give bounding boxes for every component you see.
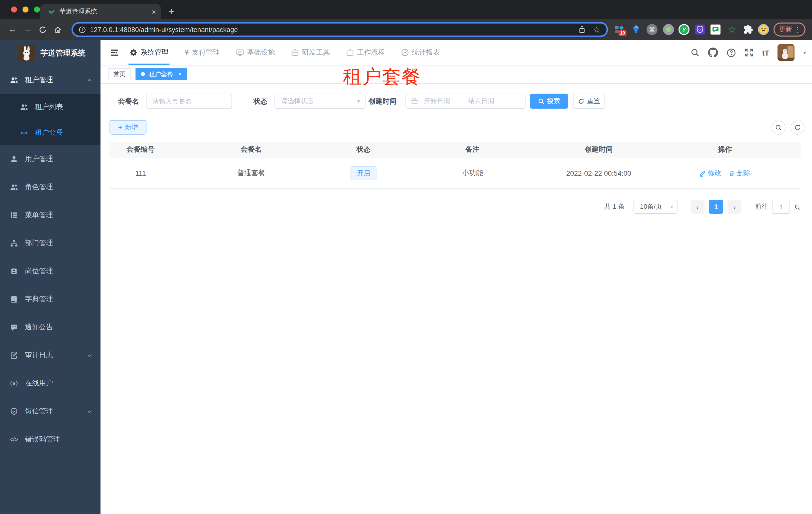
window-controls: [11, 6, 40, 12]
yen-icon: ¥: [184, 49, 189, 57]
filter-date-range[interactable]: 开始日期 - 结束日期: [406, 93, 525, 109]
sidebar-item-tenant-group[interactable]: 租户管理: [0, 66, 100, 94]
sidebar-item-tenant-package[interactable]: 租户套餐: [0, 119, 100, 145]
sidebar-item-user-mgmt[interactable]: 用户管理: [0, 145, 100, 173]
top-navigation: 系统管理 ¥ 支付管理 基础设施 研发工具 工作流程 统计报表: [128, 40, 441, 65]
help-icon[interactable]: [727, 48, 736, 57]
header-right-tools: tT ▾: [691, 44, 812, 61]
sidebar-item-role-mgmt[interactable]: 角色管理: [0, 173, 100, 201]
goto-label: 前往: [755, 202, 768, 211]
topnav-item-workflow[interactable]: 工作流程: [345, 40, 386, 65]
sidebar-item-dict-mgmt[interactable]: 字典管理: [0, 285, 100, 313]
browser-update-button[interactable]: 更新 ⋮: [774, 23, 806, 36]
user-avatar[interactable]: [778, 44, 795, 61]
filter-date-label: 创建时间: [369, 93, 397, 109]
sidebar-submenu-tenant: 租户列表 租户套餐: [0, 94, 100, 145]
site-info-icon[interactable]: [79, 26, 86, 33]
window-close-button[interactable]: [11, 6, 17, 12]
search-icon: [775, 124, 782, 131]
sidebar-item-post-mgmt[interactable]: 岗位管理: [0, 257, 100, 285]
goto-unit-label: 页: [794, 202, 801, 211]
fullscreen-icon[interactable]: [745, 48, 754, 57]
window-zoom-button[interactable]: [34, 6, 40, 12]
topnav-item-payment[interactable]: ¥ 支付管理: [183, 40, 221, 65]
sidebar-item-online-users[interactable]: 在线用户: [0, 369, 100, 397]
window-minimize-button[interactable]: [23, 6, 29, 12]
tag-home[interactable]: 首页: [109, 68, 130, 80]
topnav-item-system[interactable]: 系统管理: [128, 40, 170, 65]
select-caret-down-icon: ▾: [670, 204, 673, 210]
col-header-remark: 备注: [397, 142, 549, 158]
topnav-item-reports[interactable]: 统计报表: [400, 40, 441, 65]
trash-icon: [728, 170, 735, 177]
prev-page-button[interactable]: ‹: [691, 200, 704, 214]
sidebar-app-title: 芋道管理系统: [40, 48, 86, 58]
home-icon[interactable]: [50, 25, 65, 34]
forward-icon[interactable]: →: [20, 25, 35, 34]
code-icon: </>: [10, 435, 18, 443]
col-header-status: 状态: [331, 142, 397, 158]
sidebar-collapse-icon[interactable]: [106, 40, 123, 65]
table-row: 111 普通套餐 开启 小功能 2022-02-22 00:54:00 修改 删…: [110, 158, 801, 189]
share-icon[interactable]: [578, 26, 586, 33]
col-header-created: 创建时间: [549, 142, 649, 158]
sidebar-item-menu-mgmt[interactable]: 菜单管理: [0, 201, 100, 229]
filter-status-select[interactable]: 请选择状态 ▾: [274, 93, 366, 109]
topnav-item-devtools[interactable]: 研发工具: [290, 40, 331, 65]
sidebar-logo-row[interactable]: 芋道管理系统: [0, 40, 100, 66]
avatar-caret-down-icon[interactable]: ▾: [803, 49, 806, 56]
github-icon[interactable]: [708, 48, 718, 58]
sidebar-item-dept-mgmt[interactable]: 部门管理: [0, 229, 100, 257]
extension-command-icon[interactable]: ⌘: [646, 24, 658, 35]
add-button[interactable]: + 新增: [110, 120, 146, 135]
next-page-button[interactable]: ›: [727, 200, 742, 214]
sidebar-item-sms-mgmt[interactable]: 短信管理: [0, 397, 100, 426]
search-button[interactable]: 搜索: [530, 93, 568, 109]
table-header-row: 套餐编号 套餐名 状态 备注 创建时间 操作: [110, 142, 801, 158]
tags-view-bar: 首页 租户套餐 ×: [100, 65, 812, 84]
extension-purple-shield-icon[interactable]: [695, 24, 705, 35]
toggle-search-button[interactable]: [772, 120, 785, 135]
edit-link[interactable]: 修改: [699, 169, 722, 178]
browser-menu-kebab-icon[interactable]: ⋮: [794, 26, 801, 33]
sidebar-item-error-code[interactable]: </> 错误码管理: [0, 426, 100, 454]
back-icon[interactable]: ←: [5, 25, 20, 34]
bookmark-star-icon[interactable]: ☆: [593, 24, 601, 35]
extension-blue-gem-icon[interactable]: [631, 24, 641, 35]
goto-page-input[interactable]: [772, 200, 790, 214]
users-icon: [10, 183, 18, 191]
extension-y-icon[interactable]: Y: [678, 24, 690, 35]
sidebar-item-notice[interactable]: 通知公告: [0, 313, 100, 341]
delete-link[interactable]: 删除: [728, 169, 751, 178]
filter-name-input[interactable]: [146, 93, 232, 109]
browser-window: 芋道管理系统 × + ← → 127.0.0.1:48080/admin-ui/…: [0, 0, 812, 514]
log-icon: [10, 351, 18, 359]
tab-close-icon[interactable]: ×: [151, 8, 156, 15]
tag-tenant-package[interactable]: 租户套餐 ×: [136, 68, 187, 80]
cell-name: 普通套餐: [172, 158, 331, 188]
refresh-icon: [578, 98, 584, 104]
topnav-item-infra[interactable]: 基础设施: [235, 40, 276, 65]
col-header-actions: 操作: [649, 142, 801, 158]
browser-tab[interactable]: 芋道管理系统 ×: [40, 4, 161, 19]
sidebar-item-tenant-list[interactable]: 租户列表: [0, 94, 100, 119]
page-size-select[interactable]: 10条/页 ▾: [634, 200, 677, 214]
current-page-button[interactable]: 1: [709, 200, 723, 214]
refresh-table-button[interactable]: [790, 120, 805, 135]
font-size-icon[interactable]: tT: [762, 48, 769, 57]
chevron-up-icon: [87, 77, 92, 83]
new-tab-button[interactable]: +: [166, 6, 177, 17]
extensions-puzzle-icon[interactable]: [743, 24, 754, 35]
extension-green-chat-icon[interactable]: [710, 24, 721, 35]
extension-green-star-icon[interactable]: ☆: [726, 24, 737, 35]
extension-green-dot-icon[interactable]: [663, 24, 674, 35]
sidebar-item-audit-log[interactable]: 审计日志: [0, 341, 100, 369]
shield-check-icon: [10, 407, 18, 415]
search-icon[interactable]: [691, 48, 700, 57]
reload-icon[interactable]: [35, 25, 50, 34]
tag-close-icon[interactable]: ×: [178, 71, 181, 78]
extension-blue-diamond-icon[interactable]: 10: [614, 24, 625, 35]
reset-button[interactable]: 重置: [573, 93, 605, 109]
profile-avatar-emoji[interactable]: [758, 24, 769, 35]
url-bar[interactable]: 127.0.0.1:48080/admin-ui/system/tenant/p…: [71, 22, 608, 37]
